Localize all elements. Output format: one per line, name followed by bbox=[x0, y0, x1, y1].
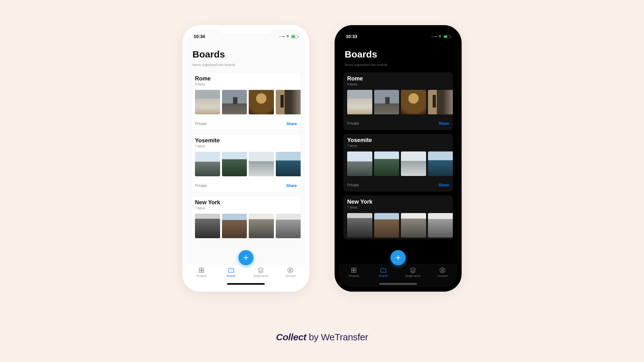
board-card-yosemite[interactable]: Yosemite 7 items Private Share bbox=[343, 134, 453, 192]
tab-label: Single items bbox=[253, 274, 268, 277]
thumb[interactable] bbox=[195, 152, 220, 176]
thumb[interactable] bbox=[401, 90, 426, 114]
tab-label: Account bbox=[285, 274, 296, 277]
phone-dark: 10:33 Boards Items organized into boards… bbox=[335, 25, 462, 292]
stack-icon bbox=[409, 267, 416, 274]
share-button[interactable]: Share bbox=[286, 184, 297, 188]
board-card-rome[interactable]: Rome 8 items Private Share bbox=[191, 72, 301, 130]
stack-icon bbox=[257, 267, 264, 274]
board-thumbs bbox=[343, 211, 453, 239]
thumb[interactable] bbox=[428, 151, 453, 176]
screen: 10:34 Boards Items organized into boards… bbox=[187, 30, 305, 287]
thumb[interactable] bbox=[347, 151, 372, 176]
thumb[interactable] bbox=[249, 90, 274, 114]
board-card-yosemite[interactable]: Yosemite 7 items Private Share bbox=[191, 134, 301, 192]
notch bbox=[372, 25, 425, 34]
board-name: Rome bbox=[195, 75, 297, 82]
wifi-icon bbox=[438, 35, 442, 38]
header: Boards Items organized into boards bbox=[187, 43, 305, 69]
account-icon bbox=[439, 267, 446, 274]
status-right bbox=[431, 35, 451, 38]
tab-label: Account bbox=[437, 274, 448, 277]
status-time: 10:33 bbox=[346, 34, 357, 39]
thumb[interactable] bbox=[401, 151, 426, 176]
board-name: Yosemite bbox=[347, 137, 449, 144]
thumb[interactable] bbox=[401, 213, 426, 238]
boards-list[interactable]: Rome 8 items Private Share bbox=[187, 69, 305, 264]
board-card-newyork[interactable]: New York 7 items bbox=[343, 195, 453, 239]
board-privacy: Private bbox=[195, 122, 207, 126]
thumb[interactable] bbox=[222, 90, 247, 114]
svg-point-3 bbox=[441, 269, 443, 271]
cellular-icon bbox=[431, 36, 437, 37]
board-name: Rome bbox=[347, 75, 449, 82]
thumb[interactable] bbox=[347, 213, 372, 238]
home-indicator[interactable] bbox=[227, 283, 265, 285]
thumb[interactable] bbox=[195, 214, 220, 238]
board-name: Yosemite bbox=[195, 137, 297, 144]
board-name: New York bbox=[195, 199, 297, 206]
board-card-newyork[interactable]: New York 7 items bbox=[191, 196, 301, 240]
page-title: Boards bbox=[192, 49, 299, 60]
page-subtitle: Items organized into boards bbox=[345, 63, 452, 67]
tab-account[interactable]: Account bbox=[431, 267, 454, 277]
board-thumbs bbox=[191, 212, 301, 240]
thumb[interactable] bbox=[374, 213, 399, 238]
grid-icon bbox=[350, 267, 357, 274]
tab-all-items[interactable]: All items bbox=[190, 267, 213, 277]
board-thumbs bbox=[343, 150, 453, 178]
thumb[interactable] bbox=[428, 213, 453, 238]
branding: Collect by WeTransfer bbox=[276, 332, 368, 343]
tab-all-items[interactable]: All items bbox=[342, 267, 365, 277]
thumb[interactable] bbox=[249, 214, 274, 238]
tab-boards[interactable]: Boards bbox=[219, 267, 243, 277]
add-button[interactable] bbox=[238, 250, 253, 265]
share-button[interactable]: Share bbox=[286, 122, 297, 126]
cellular-icon bbox=[279, 36, 285, 37]
board-thumbs bbox=[191, 88, 301, 116]
thumb[interactable] bbox=[249, 152, 274, 176]
wifi-icon bbox=[286, 35, 290, 38]
thumb[interactable] bbox=[276, 90, 301, 114]
notch bbox=[219, 25, 272, 34]
phone-pair: 10:34 Boards Items organized into boards… bbox=[182, 25, 462, 292]
boards-list[interactable]: Rome 8 items Private Share bbox=[339, 69, 457, 264]
board-count: 7 items bbox=[195, 206, 297, 210]
board-thumbs bbox=[191, 150, 301, 178]
tab-label: Single items bbox=[405, 274, 420, 277]
share-button[interactable]: Share bbox=[439, 183, 449, 187]
board-count: 7 items bbox=[347, 206, 449, 209]
thumb[interactable] bbox=[222, 152, 247, 176]
add-button[interactable] bbox=[391, 250, 406, 265]
tab-single-items[interactable]: Single items bbox=[401, 267, 425, 277]
board-count: 7 items bbox=[195, 145, 297, 148]
tab-label: All items bbox=[348, 274, 359, 277]
battery-icon bbox=[291, 35, 298, 38]
brand-byline: by WeTransfer bbox=[306, 332, 368, 342]
tab-label: Boards bbox=[379, 274, 388, 277]
battery-icon bbox=[443, 35, 450, 38]
tab-account[interactable]: Account bbox=[279, 267, 302, 277]
thumb[interactable] bbox=[276, 214, 301, 238]
plus-icon bbox=[395, 254, 402, 261]
share-button[interactable]: Share bbox=[439, 121, 449, 126]
thumb[interactable] bbox=[222, 214, 247, 238]
home-indicator[interactable] bbox=[379, 283, 417, 285]
phone-light: 10:34 Boards Items organized into boards… bbox=[182, 25, 309, 292]
thumb[interactable] bbox=[374, 90, 399, 114]
brand-name: Collect bbox=[276, 332, 307, 342]
thumb[interactable] bbox=[276, 152, 301, 176]
page-title: Boards bbox=[345, 49, 452, 60]
thumb[interactable] bbox=[428, 90, 453, 114]
thumb[interactable] bbox=[347, 90, 372, 114]
thumb[interactable] bbox=[195, 90, 220, 114]
grid-icon bbox=[198, 267, 205, 274]
tab-single-items[interactable]: Single items bbox=[249, 267, 272, 277]
board-thumbs bbox=[343, 88, 453, 116]
tab-label: All items bbox=[196, 274, 207, 277]
board-privacy: Private bbox=[195, 184, 207, 188]
tab-boards[interactable]: Boards bbox=[372, 267, 395, 277]
thumb[interactable] bbox=[374, 151, 399, 176]
board-card-rome[interactable]: Rome 8 items Private Share bbox=[343, 72, 453, 130]
screen: 10:33 Boards Items organized into boards… bbox=[339, 30, 457, 287]
